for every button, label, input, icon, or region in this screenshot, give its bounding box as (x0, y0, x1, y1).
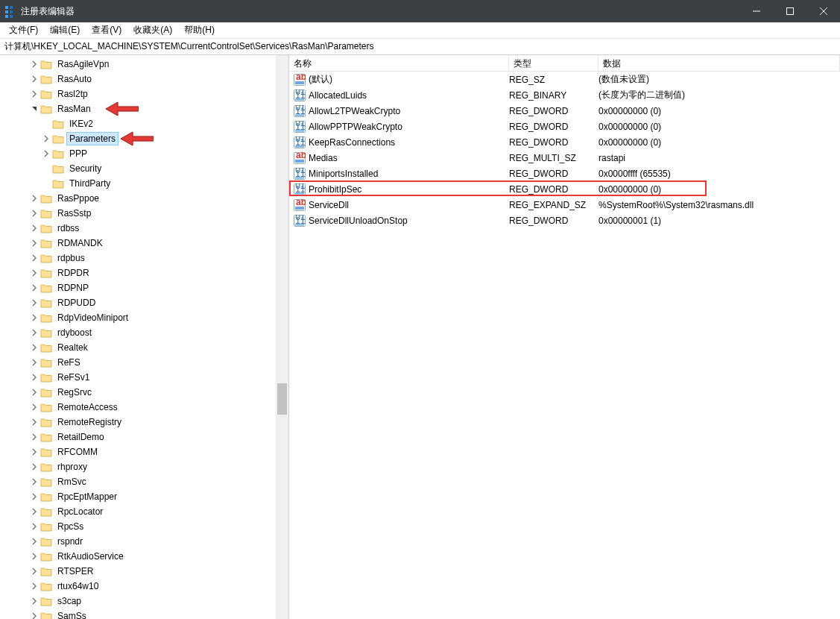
tree-item-regsrvc[interactable]: RegSrvc (0, 385, 288, 400)
maximize-button[interactable] (773, 0, 806, 22)
expand-icon[interactable] (28, 386, 40, 398)
tree-item-ppp[interactable]: PPP (0, 146, 288, 161)
expand-icon[interactable] (28, 491, 40, 503)
menu-view[interactable]: 查看(V) (86, 22, 127, 38)
tree-item-realtek[interactable]: Realtek (0, 340, 288, 355)
tree-item-rhproxy[interactable]: rhproxy (0, 459, 288, 474)
col-data[interactable]: 数据 (599, 55, 840, 71)
value-row[interactable]: AllowL2TPWeakCryptoREG_DWORD0x00000000 (… (289, 103, 840, 119)
tree-item-thirdparty[interactable]: ThirdParty (0, 176, 288, 191)
tree-item-rtsper[interactable]: RTSPER (0, 564, 288, 579)
tree-item-security[interactable]: Security (0, 161, 288, 176)
expand-icon[interactable] (28, 88, 40, 100)
tree-item-rdpdr[interactable]: RDPDR (0, 265, 288, 280)
expand-icon[interactable] (28, 207, 40, 219)
expand-icon[interactable] (28, 476, 40, 488)
value-row[interactable]: (默认)REG_SZ(数值未设置) (289, 72, 840, 87)
expand-icon[interactable] (28, 252, 40, 264)
expand-icon[interactable] (28, 550, 40, 562)
expand-icon[interactable] (28, 327, 40, 339)
tree-item-rdmandk[interactable]: RDMANDK (0, 236, 288, 251)
tree-item-rmsvc[interactable]: RmSvc (0, 474, 288, 489)
expand-icon[interactable] (28, 297, 40, 309)
value-row[interactable]: ServiceDllREG_EXPAND_SZ%SystemRoot%\Syst… (289, 197, 840, 213)
expand-icon[interactable] (28, 416, 40, 428)
tree-item-rasagilevpn[interactable]: RasAgileVpn (0, 57, 288, 72)
menu-favorites[interactable]: 收藏夹(A) (127, 22, 178, 38)
tree-item-refs[interactable]: ReFS (0, 355, 288, 370)
value-row[interactable]: ServiceDllUnloadOnStopREG_DWORD0x0000000… (289, 213, 840, 228)
tree-item-parameters[interactable]: Parameters (0, 131, 288, 146)
scrollbar-thumb[interactable] (277, 383, 287, 415)
expand-icon[interactable] (28, 237, 40, 249)
tree-item-rpclocator[interactable]: RpcLocator (0, 504, 288, 519)
tree-item-rdpvideominiport[interactable]: RdpVideoMiniport (0, 310, 288, 325)
value-row[interactable]: MediasREG_MULTI_SZrastapi (289, 150, 840, 166)
value-row[interactable]: ProhibitIpSecREG_DWORD0x00000000 (0) (289, 181, 840, 197)
value-row[interactable]: KeepRasConnectionsREG_DWORD0x00000000 (0… (289, 134, 840, 150)
tree-item-rpcss[interactable]: RpcSs (0, 519, 288, 534)
value-row[interactable]: AllowPPTPWeakCryptoREG_DWORD0x00000000 (… (289, 119, 840, 134)
tree-item-rdpnp[interactable]: RDPNP (0, 280, 288, 295)
address-bar[interactable]: 计算机\HKEY_LOCAL_MACHINE\SYSTEM\CurrentCon… (0, 39, 840, 55)
tree-item-rpceptmapper[interactable]: RpcEptMapper (0, 489, 288, 504)
tree-item-ikev2[interactable]: IKEv2 (0, 116, 288, 131)
expand-icon[interactable] (28, 446, 40, 458)
expand-icon[interactable] (28, 103, 40, 115)
expand-icon[interactable] (28, 610, 40, 619)
value-row[interactable]: MiniportsInstalledREG_DWORD0x0000ffff (6… (289, 166, 840, 181)
expand-icon[interactable] (28, 312, 40, 324)
tree-item-rasl2tp[interactable]: Rasl2tp (0, 87, 288, 101)
values-list[interactable]: (默认)REG_SZ(数值未设置)AllocatedLuidsREG_BINAR… (289, 72, 840, 619)
expand-icon[interactable] (28, 401, 40, 413)
expand-icon[interactable] (28, 73, 40, 85)
tree-item-remoteregistry[interactable]: RemoteRegistry (0, 415, 288, 430)
expand-icon[interactable] (40, 148, 52, 160)
expand-icon[interactable] (28, 595, 40, 607)
expand-icon[interactable] (28, 342, 40, 354)
expand-icon[interactable] (28, 431, 40, 443)
expand-icon[interactable] (40, 133, 52, 145)
tree-item-rassstp[interactable]: RasSstp (0, 206, 288, 221)
menu-help[interactable]: 帮助(H) (178, 22, 221, 38)
expand-icon[interactable] (28, 356, 40, 368)
expand-icon[interactable] (28, 58, 40, 70)
tree-item-refsv1[interactable]: ReFSv1 (0, 370, 288, 385)
close-button[interactable] (806, 0, 840, 22)
menu-file[interactable]: 文件(F) (3, 22, 44, 38)
col-type[interactable]: 类型 (509, 55, 599, 71)
col-name[interactable]: 名称 (289, 55, 509, 71)
tree-item-rasauto[interactable]: RasAuto (0, 72, 288, 87)
tree-item-rfcomm[interactable]: RFCOMM (0, 444, 288, 459)
expand-icon[interactable] (28, 222, 40, 234)
tree-item-rdyboost[interactable]: rdyboost (0, 325, 288, 340)
expand-icon[interactable] (28, 580, 40, 592)
tree-item-rtkaudioservice[interactable]: RtkAudioService (0, 549, 288, 564)
expand-icon[interactable] (28, 371, 40, 383)
expand-icon[interactable] (28, 192, 40, 204)
menu-edit[interactable]: 编辑(E) (44, 22, 86, 38)
tree-item-rdbss[interactable]: rdbss (0, 221, 288, 236)
tree-item-s3cap[interactable]: s3cap (0, 594, 288, 609)
expand-icon[interactable] (28, 282, 40, 294)
tree-scrollbar[interactable] (276, 55, 288, 619)
expand-icon[interactable] (28, 521, 40, 532)
tree-item-samss[interactable]: SamSs (0, 609, 288, 619)
tree-item-rasman[interactable]: RasMan (0, 101, 288, 116)
tree-item-rspndr[interactable]: rspndr (0, 534, 288, 549)
expand-icon[interactable] (28, 267, 40, 279)
expand-icon[interactable] (28, 535, 40, 547)
tree-item-rtux64w10[interactable]: rtux64w10 (0, 579, 288, 594)
tree-item-rdpbus[interactable]: rdpbus (0, 251, 288, 265)
expand-icon[interactable] (28, 461, 40, 473)
expand-icon[interactable] (28, 506, 40, 518)
minimize-button[interactable] (739, 0, 773, 22)
tree-item-remoteaccess[interactable]: RemoteAccess (0, 400, 288, 415)
tree-item-rdpudd[interactable]: RDPUDD (0, 295, 288, 310)
tree-item-retaildemo[interactable]: RetailDemo (0, 430, 288, 444)
value-row[interactable]: AllocatedLuidsREG_BINARY(长度为零的二进制值) (289, 87, 840, 103)
tree-item-raspppoe[interactable]: RasPppoe (0, 191, 288, 206)
expand-icon[interactable] (28, 565, 40, 577)
registry-tree[interactable]: RasAgileVpnRasAutoRasl2tpRasManIKEv2Para… (0, 55, 288, 619)
folder-icon (40, 208, 52, 219)
